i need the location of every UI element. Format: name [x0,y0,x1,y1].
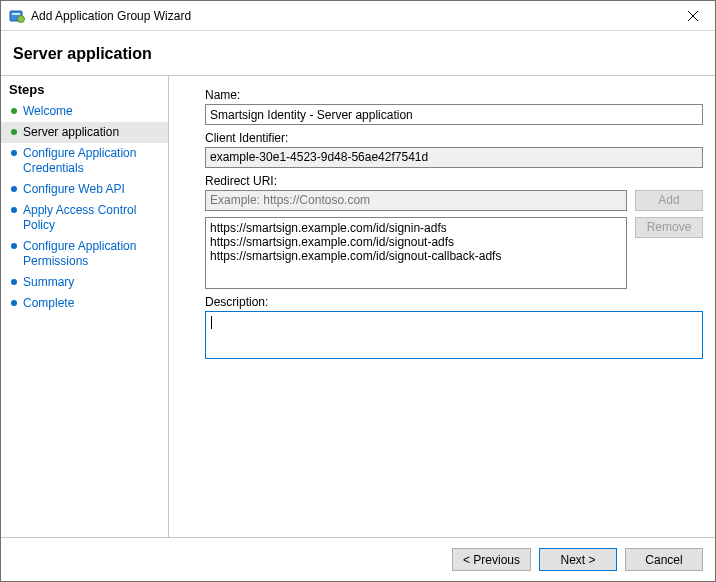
wizard-footer: < Previous Next > Cancel [1,537,715,581]
step-complete[interactable]: Complete [1,293,168,314]
step-label: Server application [23,125,160,140]
svg-point-12 [11,300,17,306]
list-item[interactable]: https://smartsign.example.com/id/signout… [210,249,622,263]
redirect-uri-list[interactable]: https://smartsign.example.com/id/signin-… [205,217,627,289]
step-pending-icon [9,242,19,250]
step-server-application[interactable]: Server application [1,122,168,143]
redirect-uri-input[interactable]: Example: https://Contoso.com [205,190,627,211]
step-label: Configure Web API [23,182,160,197]
step-label: Configure Application Credentials [23,146,160,176]
svg-point-7 [11,150,17,156]
svg-point-10 [11,243,17,249]
svg-point-5 [11,108,17,114]
step-pending-icon [9,149,19,157]
window-title: Add Application Group Wizard [31,9,670,23]
step-welcome[interactable]: Welcome [1,101,168,122]
steps-heading: Steps [1,80,168,101]
remove-button: Remove [635,217,703,238]
form-panel: Name: Client Identifier: example-30e1-45… [169,76,715,537]
cancel-button[interactable]: Cancel [625,548,703,571]
step-pending-icon [9,185,19,193]
wizard-body: Steps Welcome Server application Configu… [1,75,715,537]
description-label: Description: [205,295,703,309]
step-label: Summary [23,275,160,290]
wizard-window: Add Application Group Wizard Server appl… [0,0,716,582]
svg-point-8 [11,186,17,192]
titlebar: Add Application Group Wizard [1,1,715,31]
close-button[interactable] [670,1,715,31]
next-button[interactable]: Next > [539,548,617,571]
svg-rect-1 [12,13,20,15]
svg-point-9 [11,207,17,213]
svg-point-2 [18,15,25,22]
previous-button[interactable]: < Previous [452,548,531,571]
step-current-icon [9,128,19,136]
step-pending-icon [9,278,19,286]
list-item[interactable]: https://smartsign.example.com/id/signin-… [210,221,622,235]
step-pending-icon [9,206,19,214]
list-item[interactable]: https://smartsign.example.com/id/signout… [210,235,622,249]
client-id-label: Client Identifier: [205,131,703,145]
step-application-permissions[interactable]: Configure Application Permissions [1,236,168,272]
close-icon [688,11,698,21]
step-access-control[interactable]: Apply Access Control Policy [1,200,168,236]
steps-sidebar: Steps Welcome Server application Configu… [1,76,169,537]
svg-point-11 [11,279,17,285]
page-title: Server application [1,31,715,75]
step-done-icon [9,107,19,115]
redirect-uri-placeholder: Example: https://Contoso.com [210,193,370,207]
client-id-field[interactable]: example-30e1-4523-9d48-56ae42f7541d [205,147,703,168]
step-label: Apply Access Control Policy [23,203,160,233]
step-label: Complete [23,296,160,311]
step-configure-web-api[interactable]: Configure Web API [1,179,168,200]
description-input[interactable] [205,311,703,359]
app-icon [9,8,25,24]
name-label: Name: [205,88,703,102]
add-button: Add [635,190,703,211]
step-label: Configure Application Permissions [23,239,160,269]
step-summary[interactable]: Summary [1,272,168,293]
redirect-uri-label: Redirect URI: [205,174,703,188]
step-configure-credentials[interactable]: Configure Application Credentials [1,143,168,179]
step-pending-icon [9,299,19,307]
step-label: Welcome [23,104,160,119]
svg-point-6 [11,129,17,135]
name-input[interactable] [205,104,703,125]
